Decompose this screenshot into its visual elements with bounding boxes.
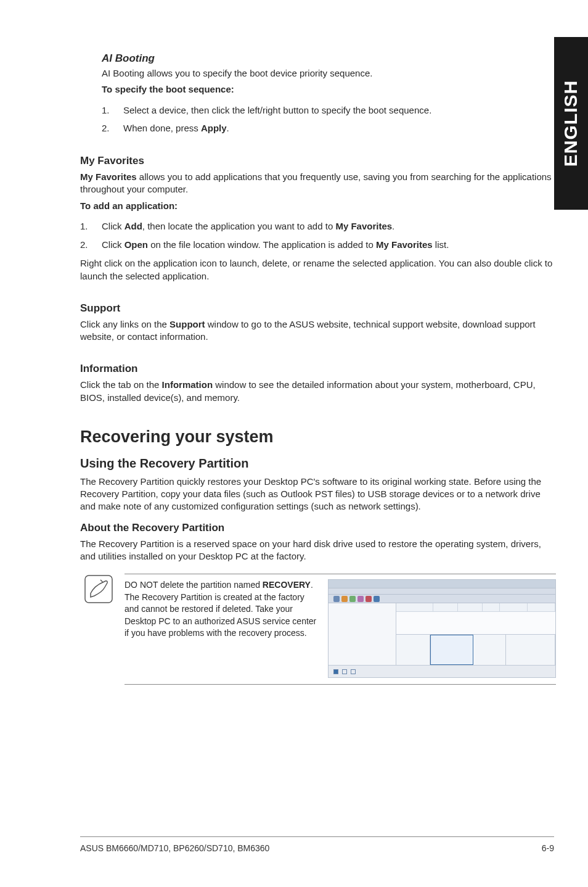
text: . bbox=[392, 221, 394, 231]
text: Click the tab on the bbox=[80, 379, 162, 390]
step-text: When done, press Apply. bbox=[123, 122, 229, 135]
text: Click bbox=[102, 221, 125, 231]
text-bold: Support bbox=[169, 319, 205, 329]
note-body: DO NOT delete the partition named RECOVE… bbox=[125, 574, 556, 685]
text-bold: Information bbox=[162, 379, 213, 390]
text-bold: Apply bbox=[201, 123, 227, 133]
text-bold: My Favorites bbox=[80, 171, 137, 182]
note-block: DO NOT delete the partition named RECOVE… bbox=[80, 574, 556, 685]
my-favorites-toadd: To add an application: bbox=[80, 200, 556, 212]
text-bold: My Favorites bbox=[376, 239, 433, 250]
recovering-para: The Recovery Partition quickly restores … bbox=[80, 476, 556, 513]
my-favorites-steps: 1. Click Add, then locate the applicatio… bbox=[80, 220, 556, 252]
text: DO NOT delete the partition named bbox=[125, 580, 263, 590]
text-bold: Open bbox=[125, 239, 148, 250]
list-item: 2. When done, press Apply. bbox=[102, 122, 556, 135]
list-item: 2. Click Open on the file location windo… bbox=[80, 238, 556, 252]
about-recovery-heading: About the Recovery Partition bbox=[80, 522, 556, 534]
page-content: AI Booting AI Booting allows you to spec… bbox=[80, 52, 556, 685]
text: Select a device, then click the left/rig… bbox=[123, 105, 431, 115]
text: Click any links on the bbox=[80, 319, 169, 329]
my-favorites-heading: My Favorites bbox=[80, 155, 556, 167]
text: When done, press bbox=[123, 123, 201, 133]
svg-rect-0 bbox=[85, 576, 112, 603]
disk-management-screenshot bbox=[328, 579, 556, 678]
information-heading: Information bbox=[80, 363, 556, 375]
note-icon-cell bbox=[80, 574, 117, 603]
support-para: Click any links on the Support window to… bbox=[80, 318, 556, 344]
step-text: Click Open on the file location window. … bbox=[102, 238, 449, 252]
recovering-heading: Recovering your system bbox=[80, 427, 556, 447]
note-text: DO NOT delete the partition named RECOVE… bbox=[125, 579, 321, 678]
ai-booting-heading: AI Booting bbox=[102, 52, 556, 65]
support-heading: Support bbox=[80, 302, 556, 315]
text: on the file location window. The applica… bbox=[148, 239, 376, 250]
footer-model: ASUS BM6660/MD710, BP6260/SD710, BM6360 bbox=[80, 843, 269, 853]
step-number: 1. bbox=[102, 104, 123, 117]
step-number: 1. bbox=[80, 220, 102, 233]
list-item: 1. Click Add, then locate the applicatio… bbox=[80, 220, 556, 233]
page-footer: ASUS BM6660/MD710, BP6260/SD710, BM6360 … bbox=[80, 836, 554, 853]
list-item: 1. Select a device, then click the left/… bbox=[102, 104, 556, 117]
ai-booting-steps: 1. Select a device, then click the left/… bbox=[102, 104, 556, 136]
text: . bbox=[227, 123, 229, 133]
text: list. bbox=[433, 239, 449, 250]
step-number: 2. bbox=[80, 238, 102, 252]
footer-page-number: 6-9 bbox=[542, 843, 554, 853]
step-number: 2. bbox=[102, 122, 123, 135]
text-bold: RECOVERY bbox=[263, 580, 311, 590]
text: allows you to add applications that you … bbox=[80, 171, 552, 194]
about-recovery-para: The Recovery Partition is a reserved spa… bbox=[80, 538, 556, 563]
text: , then locate the application you want t… bbox=[142, 221, 336, 231]
text: Click bbox=[102, 239, 125, 250]
ai-booting-tospecify: To specify the boot sequence: bbox=[102, 83, 556, 96]
recovering-sub: Using the Recovery Partition bbox=[80, 456, 556, 471]
my-favorites-post: Right click on the application icon to l… bbox=[80, 257, 556, 283]
note-hand-icon bbox=[84, 575, 113, 603]
step-text: Select a device, then click the left/rig… bbox=[123, 104, 431, 117]
information-para: Click the tab on the Information window … bbox=[80, 379, 556, 404]
text-bold: My Favorites bbox=[335, 221, 392, 231]
my-favorites-para: My Favorites allows you to add applicati… bbox=[80, 171, 556, 196]
ai-booting-intro: AI Booting allows you to specify the boo… bbox=[102, 67, 556, 80]
step-text: Click Add, then locate the application y… bbox=[102, 220, 394, 233]
text-bold: Add bbox=[125, 221, 142, 231]
